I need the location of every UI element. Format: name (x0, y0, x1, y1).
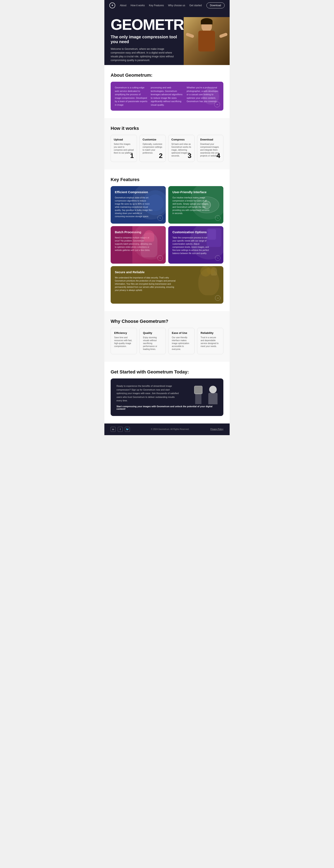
nav-why[interactable]: Why choose us (168, 4, 185, 7)
step-customize-num: 2 (159, 152, 163, 160)
feature-custom-arrow[interactable]: → (215, 255, 220, 261)
footer-copyright: © 2024 Geometrum. All Rights Reserved. (151, 428, 189, 430)
feature-custom: Customization Options Tailor the compres… (168, 226, 223, 264)
feature-secure-arrow[interactable]: → (215, 295, 220, 301)
how-section: How it works Upload Select the images yo… (104, 118, 230, 169)
how-grid: Upload Select the images you want to com… (111, 135, 223, 162)
features-grid: Efficient Compression Geometrum employs … (111, 186, 223, 304)
step-upload: Upload Select the images you want to com… (111, 135, 137, 162)
hero-subtitle: The only image compression tool you need (111, 35, 182, 44)
why-quality: Quality Enjoy stunning visuals without s… (139, 328, 166, 354)
get-started-desc: Ready to experience the benefits of stre… (116, 384, 179, 403)
feature-secure-desc: We understand the importance of data sec… (115, 276, 177, 292)
why-reliability-desc: Trust in a secure and dependable service… (201, 336, 220, 348)
nav-download-button[interactable]: Download (206, 2, 225, 8)
nav-how[interactable]: How it works (131, 4, 145, 7)
feature-efficient-arrow[interactable]: → (158, 215, 163, 221)
step-download: Download Download your compressed images… (197, 135, 223, 162)
why-quality-title: Quality (143, 331, 162, 335)
custom-decoration (207, 228, 221, 247)
about-grid: Geometrum is a cutting-edge web service … (111, 82, 223, 111)
features-section: Key Features Efficient Compression Geome… (104, 169, 230, 311)
get-started-figures (192, 386, 219, 409)
get-started-box: Ready to experience the benefits of stre… (111, 378, 223, 416)
step-compress-num: 3 (188, 152, 191, 160)
why-grid: Efficiency Save time and resources with … (111, 328, 223, 354)
why-efficiency-title: Efficiency (114, 331, 133, 335)
twitter-icon[interactable]: 🐦 (125, 427, 130, 432)
about-col2: processing and web technologies, Geometr… (151, 86, 183, 106)
why-efficiency: Efficiency Save time and resources with … (111, 328, 137, 354)
step-download-title: Download (200, 138, 220, 141)
why-title: Why Choose Geometrum? (111, 319, 223, 324)
about-col3: Whether you're a professional photograph… (187, 86, 219, 106)
why-ease: Ease of Use Our user-friendly interface … (168, 328, 195, 354)
step-customize: Customize Optionally, customize compress… (139, 135, 166, 162)
features-title: Key Features (111, 177, 223, 182)
nav-get-started[interactable]: Get started (189, 4, 202, 7)
about-section: About Geometrum: Geometrum is a cutting-… (104, 65, 230, 118)
why-ease-desc: Our user-friendly interface makes image … (172, 336, 191, 351)
why-quality-desc: Enjoy stunning visuals without sacrifici… (143, 336, 162, 351)
facebook-icon[interactable]: f (118, 427, 123, 432)
nav-about[interactable]: About (120, 4, 126, 7)
about-arrow[interactable]: → (214, 101, 220, 107)
feature-interface: User-Friendly Interface Our intuitive in… (168, 186, 223, 224)
why-efficiency-desc: Save time and resources with fast, high-… (114, 336, 133, 348)
why-section: Why Choose Geometrum? Efficiency Save ti… (104, 311, 230, 362)
feature-secure: Secure and Reliable We understand the im… (111, 266, 223, 304)
why-ease-title: Ease of Use (172, 331, 191, 335)
navbar: ✦ About How it works Key Features Why ch… (104, 0, 230, 11)
get-started-title: Get Started with Geometrum Today: (111, 369, 223, 375)
how-title: How it works (111, 126, 223, 131)
feature-interface-arrow[interactable]: → (215, 215, 220, 221)
feature-efficient: Efficient Compression Geometrum employs … (111, 186, 166, 224)
footer-icons: in f 🐦 (111, 427, 130, 432)
step-download-num: 4 (217, 152, 220, 160)
get-started-section: Get Started with Geometrum Today: Ready … (104, 362, 230, 424)
why-reliability: Reliability Trust in a secure and depend… (197, 328, 223, 354)
step-upload-title: Upload (114, 138, 134, 141)
step-compress: Compress Sit back and relax as Geometrum… (168, 135, 195, 162)
feature-batch: Batch Processing Need to compress multip… (111, 226, 166, 264)
footer-privacy[interactable]: Privacy Policy (211, 428, 223, 430)
hero-description: Welcome to Geometrum, where we make imag… (111, 47, 177, 62)
hero-section: GEOMETRUM The only image compression too… (104, 11, 230, 65)
nav-links: About How it works Key Features Why choo… (120, 4, 202, 7)
about-title: About Geometrum: (111, 72, 223, 78)
nav-features[interactable]: Key Features (149, 4, 164, 7)
nav-logo: ✦ (109, 2, 115, 8)
step-customize-title: Customize (143, 138, 163, 141)
footer: in f 🐦 © 2024 Geometrum. All Rights Rese… (104, 424, 230, 435)
hero-decorative-figure (184, 17, 230, 65)
step-upload-num: 1 (130, 152, 134, 160)
step-compress-title: Compress (171, 138, 191, 141)
why-reliability-title: Reliability (201, 331, 220, 335)
eye-decoration (194, 196, 219, 213)
about-col1: Geometrum is a cutting-edge web service … (115, 86, 147, 106)
linkedin-icon[interactable]: in (111, 427, 116, 432)
feature-batch-arrow[interactable]: → (158, 255, 163, 261)
